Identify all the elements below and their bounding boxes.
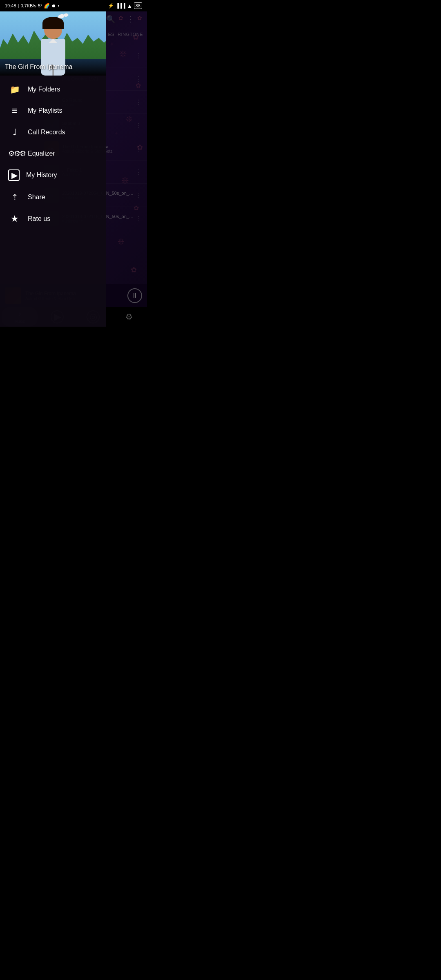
person-hair (42, 17, 64, 29)
signal-icon: ▐▐▐ (116, 3, 125, 8)
star-icon: ★ (8, 214, 21, 224)
equalizer-icon: ⚙⚙⚙ (8, 149, 21, 158)
history-label: My History (26, 172, 57, 179)
status-time: 19:48 (5, 3, 16, 8)
navigation-drawer: The Girl From Ipanema 📁 My Folders ≡ My … (0, 0, 106, 327)
folders-label: My Folders (28, 86, 60, 93)
folder-icon: 📁 (8, 85, 21, 94)
battery-icon: 88 (134, 2, 142, 9)
playlists-label: My Playlists (28, 107, 62, 114)
status-temp: 5° (38, 3, 42, 8)
status-speed: 0,7KB/s (20, 3, 36, 8)
callrecords-label: Call Records (28, 129, 65, 136)
equalizer-label: Equalizer (28, 150, 55, 157)
record-icon: ⏺ (51, 3, 56, 8)
drawer-item-callrecords[interactable]: ♩ Call Records (0, 121, 106, 143)
status-right: ⚡ ▐▐▐ ▲ 88 (108, 2, 142, 9)
share-label: Share (28, 194, 45, 201)
status-network: | (18, 3, 19, 8)
status-left: 19:48 | 0,7KB/s 5° 🌈 ⏺ • (5, 3, 59, 9)
drawer-item-share[interactable]: ⇡ Share (0, 187, 106, 208)
bluetooth-icon: ⚡ (108, 3, 114, 9)
drawer-item-history[interactable]: ▶ My History (0, 164, 106, 187)
wifi-icon: ▲ (127, 3, 132, 9)
callrecords-icon: ♩ (8, 127, 21, 138)
drawer-item-playlists[interactable]: ≡ My Playlists (0, 100, 106, 121)
person-head (44, 19, 62, 39)
history-icon: ▶ (8, 169, 20, 181)
playlists-icon: ≡ (8, 106, 21, 116)
share-icon: ⇡ (8, 192, 21, 202)
drawer-song-title: The Girl From Ipanema (5, 63, 72, 71)
rateus-label: Rate us (28, 215, 50, 223)
status-bar: 19:48 | 0,7KB/s 5° 🌈 ⏺ • ⚡ ▐▐▐ ▲ 88 (0, 0, 147, 11)
status-dot: • (58, 3, 59, 8)
drawer-menu: 📁 My Folders ≡ My Playlists ♩ Call Recor… (0, 76, 106, 327)
drawer-item-rateus[interactable]: ★ Rate us (0, 208, 106, 230)
drawer-item-equalizer[interactable]: ⚙⚙⚙ Equalizer (0, 143, 106, 164)
collar (49, 39, 57, 43)
color-icon: 🌈 (44, 3, 50, 9)
drawer-item-folders[interactable]: 📁 My Folders (0, 79, 106, 100)
